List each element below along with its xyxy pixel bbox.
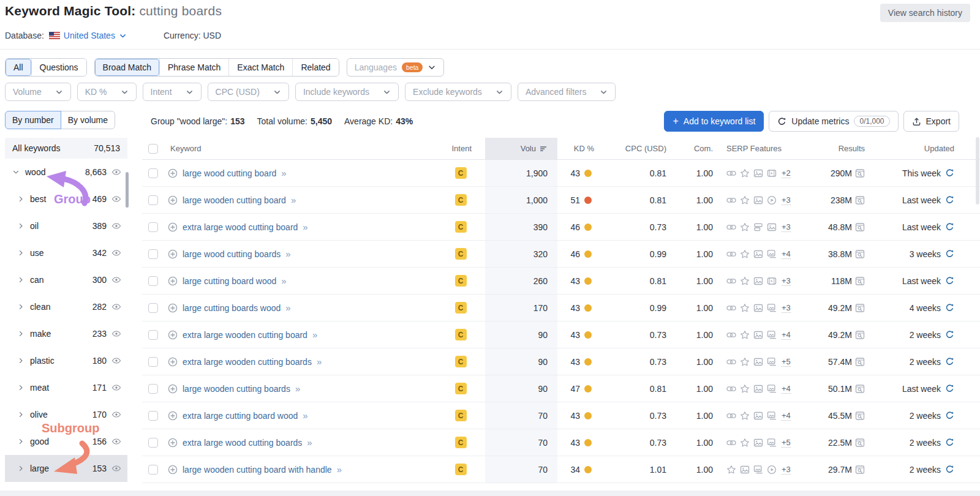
toggle-by-number[interactable]: By number	[5, 111, 61, 129]
eye-icon[interactable]	[111, 464, 121, 473]
sidebar-group-wood[interactable]: wood8,663	[5, 159, 127, 186]
row-checkbox[interactable]	[148, 222, 158, 232]
chevron-right-icon[interactable]	[17, 249, 24, 257]
serp-preview-icon[interactable]	[855, 276, 865, 286]
refresh-icon[interactable]	[945, 195, 954, 205]
refresh-icon[interactable]	[945, 465, 954, 474]
expand-keyword-icon[interactable]: »	[285, 302, 290, 313]
filter-cpc-usd-[interactable]: CPC (USD)	[208, 83, 289, 101]
add-keyword-icon[interactable]	[168, 465, 178, 475]
eye-icon[interactable]	[111, 437, 121, 446]
tab-related[interactable]: Related	[292, 59, 338, 76]
serp-preview-icon[interactable]	[855, 249, 865, 259]
add-keyword-icon[interactable]	[168, 303, 178, 313]
tab-questions[interactable]: Questions	[31, 59, 86, 76]
refresh-icon[interactable]	[945, 168, 954, 178]
filter-kd-[interactable]: KD %	[77, 83, 137, 101]
eye-icon[interactable]	[111, 329, 121, 339]
serp-preview-icon[interactable]	[855, 411, 865, 421]
filter-volume[interactable]: Volume	[5, 83, 71, 101]
eye-icon[interactable]	[111, 302, 121, 312]
expand-keyword-icon[interactable]: »	[337, 464, 341, 475]
keyword-link[interactable]: large wooden cutting boards	[183, 384, 290, 394]
update-metrics-button[interactable]: Update metrics 0/1,000	[769, 111, 898, 132]
sidebar-group-good[interactable]: good156	[5, 428, 127, 455]
chevron-right-icon[interactable]	[17, 438, 24, 445]
row-checkbox[interactable]	[148, 168, 158, 178]
sidebar-group-meat[interactable]: meat171	[5, 374, 127, 401]
row-checkbox[interactable]	[148, 384, 158, 394]
row-checkbox[interactable]	[148, 465, 158, 475]
chevron-right-icon[interactable]	[17, 195, 24, 203]
expand-keyword-icon[interactable]: »	[285, 249, 290, 259]
expand-keyword-icon[interactable]: »	[291, 195, 295, 205]
refresh-icon[interactable]	[945, 330, 954, 339]
add-keyword-icon[interactable]	[168, 249, 178, 259]
add-keyword-icon[interactable]	[168, 384, 178, 394]
keyword-link[interactable]: extra large wood cutting boards	[183, 438, 302, 448]
row-checkbox[interactable]	[148, 411, 158, 421]
sidebar-group-clean[interactable]: clean282	[5, 293, 127, 320]
serp-more-badge[interactable]: +3	[782, 222, 791, 232]
serp-preview-icon[interactable]	[855, 384, 865, 394]
tab-all[interactable]: All	[6, 59, 31, 76]
serp-more-badge[interactable]: +4	[782, 384, 791, 394]
serp-preview-icon[interactable]	[855, 465, 865, 475]
database-selector[interactable]: United States	[49, 31, 127, 40]
serp-more-badge[interactable]: +3	[782, 195, 791, 205]
serp-preview-icon[interactable]	[855, 195, 865, 205]
row-checkbox[interactable]	[148, 438, 158, 448]
keyword-link[interactable]: extra large wooden cutting boards	[183, 357, 312, 367]
row-checkbox[interactable]	[148, 195, 158, 205]
add-keyword-icon[interactable]	[168, 276, 178, 286]
header-volume[interactable]: Volu	[485, 138, 557, 159]
toggle-by-volume[interactable]: By volume	[61, 111, 115, 129]
page-scrollbar[interactable]	[976, 137, 979, 205]
serp-more-badge[interactable]: +4	[782, 330, 791, 340]
serp-preview-icon[interactable]	[855, 330, 865, 340]
refresh-icon[interactable]	[945, 276, 954, 285]
header-serp-features[interactable]: SERP Features	[726, 144, 782, 153]
expand-keyword-icon[interactable]: »	[303, 410, 307, 421]
keyword-link[interactable]: large wooden cutting board with handle	[183, 465, 332, 475]
serp-more-badge[interactable]: +3	[782, 465, 791, 475]
keyword-link[interactable]: large wood cutting board	[183, 168, 276, 178]
refresh-icon[interactable]	[945, 249, 954, 258]
keyword-link[interactable]: extra large cutting board wood	[183, 411, 298, 421]
eye-icon[interactable]	[111, 410, 121, 419]
filter-advanced-filters[interactable]: Advanced filters	[518, 83, 616, 101]
keyword-link[interactable]: large wooden cutting board	[183, 195, 286, 205]
sidebar-group-use[interactable]: use342	[5, 239, 127, 266]
header-keyword[interactable]: Keyword	[170, 144, 202, 153]
sidebar-group-oil[interactable]: oil389	[5, 212, 127, 239]
eye-icon[interactable]	[111, 383, 121, 393]
row-checkbox[interactable]	[148, 330, 158, 340]
keyword-link[interactable]: large cutting board wood	[183, 276, 276, 286]
filter-intent[interactable]: Intent	[143, 83, 202, 101]
eye-icon[interactable]	[111, 221, 121, 231]
chevron-down-icon[interactable]	[12, 168, 20, 176]
chevron-right-icon[interactable]	[17, 222, 24, 230]
eye-icon[interactable]	[111, 275, 121, 285]
header-intent[interactable]: Intent	[451, 144, 472, 153]
add-keyword-icon[interactable]	[168, 411, 178, 421]
expand-keyword-icon[interactable]: »	[307, 437, 311, 448]
eye-icon[interactable]	[111, 248, 121, 258]
languages-dropdown[interactable]: Languages beta	[347, 58, 445, 77]
refresh-icon[interactable]	[945, 222, 954, 231]
tab-phrase-match[interactable]: Phrase Match	[159, 59, 228, 76]
row-checkbox[interactable]	[148, 249, 158, 259]
eye-icon[interactable]	[111, 167, 121, 177]
serp-preview-icon[interactable]	[855, 438, 865, 448]
add-keyword-icon[interactable]	[168, 222, 178, 232]
eye-icon[interactable]	[111, 194, 121, 204]
chevron-right-icon[interactable]	[17, 303, 24, 310]
add-keyword-icon[interactable]	[168, 330, 178, 340]
keyword-link[interactable]: extra large wooden cutting board	[183, 330, 307, 340]
chevron-right-icon[interactable]	[17, 357, 24, 364]
add-keyword-icon[interactable]	[168, 195, 178, 205]
chevron-right-icon[interactable]	[17, 276, 24, 284]
serp-more-badge[interactable]: +5	[782, 438, 791, 448]
view-search-history-button[interactable]: View search history	[880, 4, 970, 22]
serp-more-badge[interactable]: +4	[782, 249, 791, 259]
